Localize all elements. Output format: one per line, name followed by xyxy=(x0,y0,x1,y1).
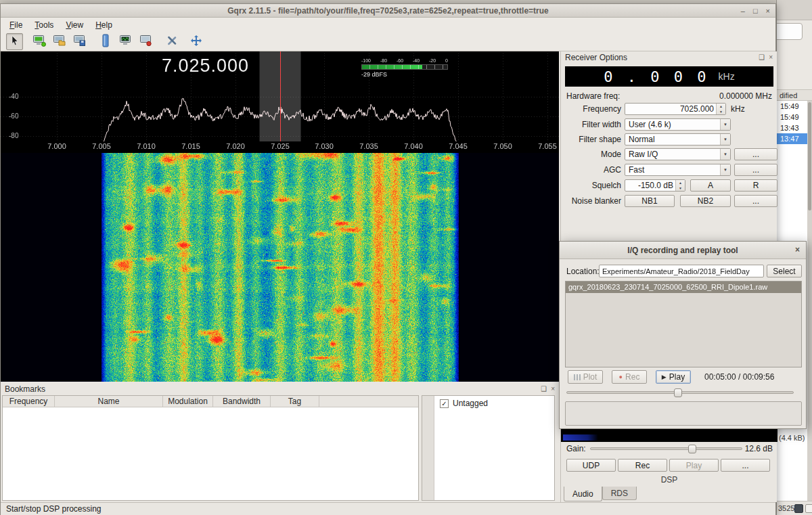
lcd-digits[interactable]: 0 . 0 0 0 xyxy=(604,68,708,85)
bookmarks-header[interactable]: Bookmarks ❑ × xyxy=(1,383,559,395)
audio-fft-display[interactable] xyxy=(561,427,777,442)
chevron-down-icon[interactable]: ▼ xyxy=(720,164,730,175)
save-settings-button[interactable] xyxy=(71,33,88,50)
audio-rec-button[interactable]: Rec xyxy=(618,459,667,472)
audio-play-button[interactable]: Play xyxy=(669,459,719,472)
close-panel-icon[interactable]: × xyxy=(551,386,555,393)
background-scrollbar[interactable] xyxy=(807,101,812,501)
squelch-auto-button[interactable]: A xyxy=(690,179,731,192)
plot-button[interactable]: Plot xyxy=(568,370,603,384)
receiver-options-header[interactable]: Receiver Options ❑ × xyxy=(561,51,777,64)
agc-combo[interactable]: Fast ▼ xyxy=(625,164,731,176)
float-panel-icon[interactable]: ❑ xyxy=(759,54,765,61)
menu-file[interactable]: File xyxy=(3,18,28,32)
gain-slider[interactable] xyxy=(590,443,742,455)
waterfall-display[interactable] xyxy=(1,153,559,382)
tab-audio[interactable]: Audio xyxy=(564,487,602,501)
chevron-down-icon[interactable]: ▼ xyxy=(720,119,730,130)
frequency-lcd[interactable]: 0 . 0 0 0 kHz xyxy=(565,66,773,87)
column-header[interactable]: Bandwidth xyxy=(213,396,271,407)
bookmarks-table[interactable]: Frequency Name Modulation Bandwidth Tag xyxy=(2,395,419,501)
iq-file-item[interactable]: gqrx_20180623_230714_7025000_62500_RRI_D… xyxy=(566,282,801,293)
slider-handle[interactable] xyxy=(688,445,696,453)
file-row[interactable]: 15:49 xyxy=(777,101,808,112)
menu-help[interactable]: Help xyxy=(89,18,118,32)
pandapter-display[interactable] xyxy=(1,51,559,153)
iq-dialog-titlebar[interactable]: I/Q recording and replay tool × xyxy=(560,242,806,259)
audio-options-button[interactable]: ... xyxy=(721,459,770,472)
nb-options-button[interactable]: ... xyxy=(734,195,777,207)
chevron-down-icon[interactable]: ▼ xyxy=(720,134,730,145)
freq-axis-label: 7.045 xyxy=(449,142,468,150)
close-panel-icon[interactable]: × xyxy=(769,54,773,61)
filter-width-combo[interactable]: User (4.6 k) ▼ xyxy=(625,118,731,131)
slider-handle[interactable] xyxy=(674,388,682,397)
nb2-button[interactable]: NB2 xyxy=(680,195,731,207)
tag-row-untagged[interactable]: ✓ Untagged xyxy=(435,397,488,409)
file-row-selected[interactable]: 13:47 xyxy=(777,133,808,144)
menu-view[interactable]: View xyxy=(60,18,89,32)
spin-up-icon[interactable]: ▲ xyxy=(676,180,685,185)
untagged-checkbox[interactable]: ✓ xyxy=(440,399,449,408)
maximize-icon[interactable]: □ xyxy=(753,7,758,15)
tag-list-panel[interactable]: ✓ Untagged xyxy=(422,395,555,501)
audio-gain-row: Gain: 12.6 dB xyxy=(561,443,777,455)
tray-icon[interactable] xyxy=(794,504,803,513)
background-location-bar[interactable] xyxy=(776,23,803,40)
minimize-icon[interactable]: – xyxy=(741,7,745,15)
mode-combo[interactable]: Raw I/Q ▼ xyxy=(625,148,731,160)
squelch-reset-button[interactable]: R xyxy=(734,179,777,192)
spin-down-icon[interactable]: ▼ xyxy=(676,185,685,191)
toolbar xyxy=(1,32,775,51)
nb1-button[interactable]: NB1 xyxy=(625,195,675,207)
slider-groove[interactable] xyxy=(590,447,742,450)
column-header[interactable]: Frequency xyxy=(3,396,55,407)
titlebar[interactable]: Gqrx 2.11.5 - file=/path/to/your/file,fr… xyxy=(1,4,775,18)
fullscreen-button[interactable] xyxy=(187,33,204,50)
squelch-spinbox[interactable]: -150.0 dB ▲▼ xyxy=(625,179,685,192)
file-time: 15:49 xyxy=(780,102,799,110)
audio-record-button[interactable] xyxy=(137,33,154,50)
frequency-value[interactable]: 7025.000 xyxy=(625,104,716,114)
agc-label: AGC xyxy=(565,165,621,175)
dialog-close-icon[interactable]: × xyxy=(795,245,800,254)
udp-button[interactable]: UDP xyxy=(566,459,616,472)
file-row[interactable]: 13:43 xyxy=(777,122,808,133)
bookmarks-toggle-button[interactable] xyxy=(97,33,114,50)
load-settings-button[interactable] xyxy=(51,33,68,50)
freq-axis-label: 7.000 xyxy=(47,142,66,150)
column-header[interactable]: Modulation xyxy=(163,396,213,407)
frequency-spinbox[interactable]: 7025.000 ▲▼ xyxy=(625,103,726,115)
io-devices-button[interactable] xyxy=(163,33,180,50)
close-icon[interactable]: × xyxy=(766,7,770,15)
scrollbar-thumb[interactable] xyxy=(808,102,811,210)
chevron-down-icon[interactable]: ▼ xyxy=(720,149,730,160)
spin-up-icon[interactable]: ▲ xyxy=(717,104,725,109)
start-dsp-button[interactable] xyxy=(6,33,23,50)
iq-file-list[interactable]: gqrx_20180623_230714_7025000_62500_RRI_D… xyxy=(565,281,802,367)
file-row[interactable]: 15:49 xyxy=(777,112,808,122)
mode-options-button[interactable]: ... xyxy=(734,148,777,160)
column-header[interactable]: Name xyxy=(55,396,163,407)
background-window-titlebar[interactable] xyxy=(777,0,812,20)
location-input[interactable] xyxy=(599,265,764,277)
playback-position-slider[interactable] xyxy=(566,387,794,398)
tray-icon[interactable] xyxy=(805,504,812,513)
filter-width-value: User (4.6 k) xyxy=(625,120,720,129)
tab-rds[interactable]: RDS xyxy=(602,487,637,500)
fft-settings-button[interactable] xyxy=(117,33,134,50)
squelch-value[interactable]: -150.0 dB xyxy=(625,181,675,190)
column-header[interactable]: Tag xyxy=(271,396,319,407)
select-button[interactable]: Select xyxy=(767,265,802,277)
freq-axis-label: 7.020 xyxy=(226,142,245,150)
modified-column-header[interactable]: dified xyxy=(777,89,812,101)
filter-width-row: Filter width User (4.6 k) ▼ xyxy=(565,118,773,131)
iq-rec-button[interactable]: ● Rec xyxy=(612,370,647,384)
spin-down-icon[interactable]: ▼ xyxy=(717,109,725,114)
filter-shape-combo[interactable]: Normal ▼ xyxy=(625,133,731,145)
menu-tools[interactable]: Tools xyxy=(28,18,60,32)
iq-play-button[interactable]: ▶ Play xyxy=(656,370,691,384)
float-panel-icon[interactable]: ❑ xyxy=(541,386,547,393)
iq-tool-button[interactable] xyxy=(30,33,47,50)
agc-options-button[interactable]: ... xyxy=(734,164,777,176)
